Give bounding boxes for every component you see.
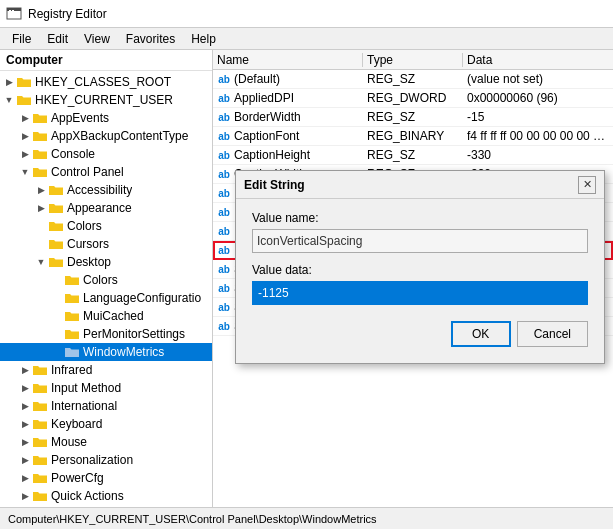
modal-title-bar: Edit String ✕: [236, 171, 604, 199]
modal-title: Edit String: [244, 178, 305, 192]
modal-body: Value name: Value data: OK Cancel: [236, 199, 604, 363]
modal-close-button[interactable]: ✕: [578, 176, 596, 194]
modal-overlay: Edit String ✕ Value name: Value data: OK…: [0, 0, 613, 529]
cancel-button[interactable]: Cancel: [517, 321, 588, 347]
ok-button[interactable]: OK: [451, 321, 511, 347]
value-name-label: Value name:: [252, 211, 588, 225]
value-name-input[interactable]: [252, 229, 588, 253]
modal-buttons: OK Cancel: [252, 321, 588, 351]
value-data-label: Value data:: [252, 263, 588, 277]
edit-string-dialog: Edit String ✕ Value name: Value data: OK…: [235, 170, 605, 364]
value-data-input[interactable]: [252, 281, 588, 305]
